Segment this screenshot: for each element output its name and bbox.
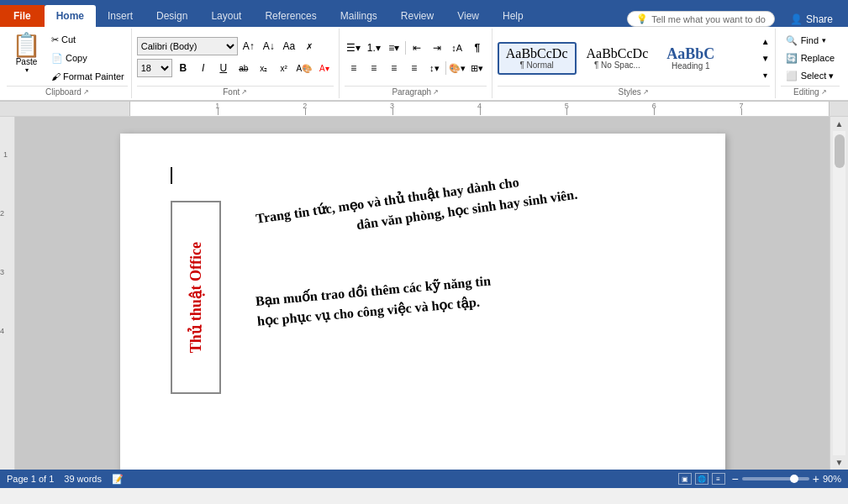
ruler-main[interactable]: 1234567 — [130, 102, 830, 116]
styles-scroll-down[interactable]: ▼ — [761, 54, 770, 63]
ruler: 1234567 — [0, 102, 848, 117]
tab-insert[interactable]: Insert — [96, 5, 145, 27]
change-case-button[interactable]: Aa — [280, 37, 298, 55]
paste-button[interactable]: 📋 Paste ▾ — [7, 30, 46, 86]
tab-home[interactable]: Home — [45, 5, 96, 27]
align-center-button[interactable]: ≡ — [365, 59, 383, 77]
sort-button[interactable]: ↕A — [448, 39, 466, 57]
styles-scroll-up[interactable]: ▲ — [761, 37, 770, 46]
justify-button[interactable]: ≡ — [405, 59, 424, 77]
multilevel-list-button[interactable]: ≡▾ — [385, 39, 403, 57]
scroll-down-button[interactable]: ▼ — [833, 455, 846, 470]
style-normal-sample: AaBbCcDc — [506, 47, 568, 60]
zoom-level[interactable]: 90% — [823, 474, 841, 484]
scrollbar-track[interactable] — [833, 131, 845, 455]
zoom-in-button[interactable]: + — [813, 473, 819, 485]
zoom-out-button[interactable]: − — [732, 473, 739, 485]
text-block-2: Bạn muốn trao dồi thêm các kỹ năng tin h… — [255, 255, 677, 331]
find-button[interactable]: 🔍 Find ▾ — [781, 34, 840, 48]
clear-formatting-button[interactable]: ✗ — [300, 37, 319, 55]
numbering-button[interactable]: 1.▾ — [365, 39, 383, 57]
strikethrough-button[interactable]: ab — [234, 59, 253, 77]
rotated-text-box[interactable]: Thủ thuật Office — [171, 201, 221, 394]
borders-button[interactable]: ⊞▾ — [468, 59, 487, 77]
clipboard-side-buttons: ✂ Cut 📄 Copy 🖌 Format Painter — [48, 30, 128, 86]
font-decrease-button[interactable]: A↓ — [260, 37, 278, 55]
tab-help[interactable]: Help — [491, 5, 535, 27]
web-layout-button[interactable]: 🌐 — [695, 473, 708, 485]
tab-mailings[interactable]: Mailings — [329, 5, 389, 27]
align-right-button[interactable]: ≡ — [385, 59, 403, 77]
show-hide-button[interactable]: ¶ — [468, 39, 487, 57]
tab-review[interactable]: Review — [389, 5, 445, 27]
font-color-button[interactable]: A▾ — [315, 59, 334, 77]
tab-layout[interactable]: Layout — [199, 5, 253, 27]
italic-button[interactable]: I — [194, 59, 213, 77]
share-button[interactable]: 👤 Share — [782, 12, 841, 27]
cut-button[interactable]: ✂ Cut — [48, 34, 128, 46]
font-expand-icon[interactable]: ↗ — [241, 88, 247, 96]
status-bar: Page 1 of 1 39 words 📝 ▣ 🌐 ≡ − + 90% — [0, 470, 848, 488]
select-button[interactable]: ⬜ Select ▾ — [781, 69, 840, 83]
ruler-left-margin — [0, 102, 130, 116]
editing-group: 🔍 Find ▾ 🔄 Replace ⬜ Select ▾ Editing ↗ — [776, 29, 845, 98]
text-highlight-button[interactable]: A🎨 — [295, 59, 313, 77]
styles-more[interactable]: ▾ — [761, 71, 770, 80]
styles-group: AaBbCcDc ¶ Normal AaBbCcDc ¶ No Spac... … — [492, 29, 776, 98]
ribbon: 📋 Paste ▾ ✂ Cut 📄 Copy 🖌 Format — [0, 27, 848, 102]
editing-controls: 🔍 Find ▾ 🔄 Replace ⬜ Select ▾ — [781, 30, 840, 86]
find-icon: 🔍 — [786, 35, 798, 46]
format-painter-button[interactable]: 🖌 Format Painter — [48, 71, 128, 82]
decrease-indent-button[interactable]: ⇤ — [408, 39, 426, 57]
style-normal[interactable]: AaBbCcDc ¶ Normal — [498, 42, 577, 75]
replace-button[interactable]: 🔄 Replace — [781, 51, 840, 66]
ruler-left-num3: 3 — [0, 268, 14, 276]
shading-button[interactable]: 🎨▾ — [448, 59, 466, 77]
left-sidebar: 1 2 3 4 — [0, 117, 15, 470]
editing-expand-icon[interactable]: ↗ — [821, 88, 827, 96]
style-no-space[interactable]: AaBbCcDc ¶ No Spac... — [578, 42, 657, 75]
align-left-button[interactable]: ≡ — [345, 59, 363, 77]
separator1 — [405, 41, 406, 55]
bullets-button[interactable]: ☰▾ — [345, 39, 363, 57]
bold-button[interactable]: B — [174, 59, 192, 77]
subscript-button[interactable]: x₂ — [255, 59, 273, 77]
line-spacing-button[interactable]: ↕▾ — [425, 59, 444, 77]
tab-file[interactable]: File — [0, 5, 45, 27]
styles-scroll-buttons: ▲ ▼ ▾ — [761, 33, 770, 83]
tell-me-bar[interactable]: 💡 Tell me what you want to do — [627, 11, 775, 27]
clipboard-buttons: 📋 Paste ▾ ✂ Cut 📄 Copy 🖌 Format — [7, 30, 128, 86]
clipboard-label: Clipboard ↗ — [7, 86, 128, 97]
zoom-slider[interactable] — [742, 477, 809, 480]
increase-indent-button[interactable]: ⇥ — [428, 39, 446, 57]
print-layout-button[interactable]: ▣ — [678, 473, 692, 485]
copy-button[interactable]: 📄 Copy — [48, 52, 128, 65]
replace-icon: 🔄 — [786, 53, 798, 64]
status-right: ▣ 🌐 ≡ − + 90% — [678, 473, 841, 485]
tab-references[interactable]: References — [253, 5, 328, 27]
clipboard-expand-icon[interactable]: ↗ — [83, 88, 89, 96]
paragraph-row1: ☰▾ 1.▾ ≡▾ ⇤ ⇥ ↕A ¶ — [345, 39, 487, 57]
document-page[interactable]: Thủ thuật Office Trang tin tức, mẹo và t… — [120, 134, 725, 470]
document-area: Thủ thuật Office Trang tin tức, mẹo và t… — [15, 117, 830, 470]
scroll-up-button[interactable]: ▲ — [833, 117, 846, 131]
select-icon: ⬜ — [786, 71, 798, 81]
right-scrollbar: ▲ ▼ — [830, 117, 848, 470]
tab-design[interactable]: Design — [145, 5, 199, 27]
font-increase-button[interactable]: A↑ — [240, 37, 258, 55]
underline-button[interactable]: U — [214, 59, 233, 77]
scroll-thumb[interactable] — [835, 134, 845, 168]
superscript-button[interactable]: x² — [275, 59, 293, 77]
tab-view[interactable]: View — [445, 5, 491, 27]
font-size-select[interactable]: 18 — [137, 59, 172, 77]
language-icon[interactable]: 📝 — [112, 474, 124, 485]
style-heading1[interactable]: AaBbC Heading 1 — [658, 41, 723, 76]
paragraph-expand-icon[interactable]: ↗ — [433, 88, 439, 96]
font-family-select[interactable]: Calibri (Body) — [137, 37, 238, 55]
styles-expand-icon[interactable]: ↗ — [643, 88, 649, 96]
ruler-left-num4: 4 — [0, 327, 14, 335]
text-block-1: Trang tin tức, mẹo và thủ thuật hay dành… — [255, 150, 677, 249]
outline-button[interactable]: ≡ — [712, 473, 725, 485]
zoom-thumb[interactable] — [790, 475, 798, 483]
style-no-space-label: ¶ No Spac... — [587, 60, 649, 70]
